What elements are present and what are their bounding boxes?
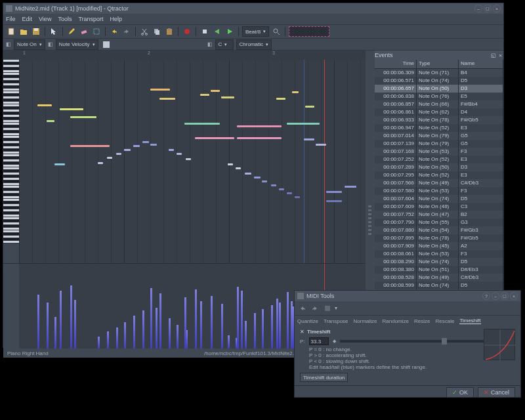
event-row[interactable]: 00:00:07.752Note On (47)B2 bbox=[375, 211, 503, 219]
tools-min-icon[interactable]: – bbox=[492, 292, 499, 300]
midi-note[interactable] bbox=[177, 153, 182, 155]
midi-note[interactable] bbox=[169, 149, 174, 151]
event-row[interactable]: 00:00:07.139Note On (79)G5 bbox=[375, 140, 503, 148]
maximize-icon[interactable]: ◻ bbox=[484, 5, 492, 12]
col-type[interactable]: Type bbox=[417, 60, 459, 68]
piano-key[interactable] bbox=[3, 241, 19, 243]
velocity-bar[interactable] bbox=[156, 308, 158, 348]
event-row[interactable]: 00:00:06.947Note On (52)E3 bbox=[375, 124, 503, 132]
midi-note[interactable] bbox=[262, 180, 267, 182]
event-row[interactable]: 00:00:07.295Note On (52)E3 bbox=[375, 171, 503, 179]
event-row[interactable]: 00:00:06.657Note On (50)D3 bbox=[375, 85, 503, 93]
velocity-bar[interactable] bbox=[169, 318, 171, 348]
velocity-bar[interactable] bbox=[116, 327, 118, 348]
event-row[interactable]: 00:00:07.168Note On (53)F3 bbox=[375, 148, 503, 156]
midi-note[interactable] bbox=[316, 144, 326, 146]
duration-button[interactable]: Timeshift duration bbox=[300, 373, 348, 382]
velocity-bar[interactable] bbox=[60, 291, 62, 348]
velocity-bar[interactable] bbox=[98, 337, 100, 348]
zoom-icon[interactable] bbox=[271, 26, 282, 37]
velocity-bar[interactable] bbox=[211, 296, 213, 348]
midi-note[interactable] bbox=[60, 108, 83, 110]
velocity-bar[interactable] bbox=[200, 301, 202, 348]
event-row[interactable]: 00:00:07.909Note On (45)A2 bbox=[375, 242, 503, 250]
event-row[interactable]: 00:00:06.857Note On (66)F#/Bb4 bbox=[375, 100, 503, 108]
midi-note[interactable] bbox=[276, 98, 285, 100]
velocity-bar[interactable] bbox=[287, 292, 289, 348]
midi-note[interactable] bbox=[159, 98, 175, 100]
time-ruler[interactable]: 123 bbox=[3, 51, 366, 60]
midi-note[interactable] bbox=[237, 125, 282, 127]
menu-edit[interactable]: Edit bbox=[22, 16, 33, 22]
event-row[interactable]: 00:00:08.599Note On (74)D5 bbox=[375, 282, 503, 289]
midi-note[interactable] bbox=[287, 123, 320, 125]
eraser-icon[interactable] bbox=[79, 26, 89, 37]
event-row[interactable]: 00:00:07.895Note On (78)F#/Gb5 bbox=[375, 234, 503, 242]
velocity-bar[interactable] bbox=[254, 313, 256, 348]
velocity-bar[interactable] bbox=[177, 325, 178, 348]
midi-note[interactable] bbox=[107, 157, 112, 159]
midi-note[interactable] bbox=[116, 153, 121, 155]
range-marker[interactable] bbox=[304, 60, 304, 263]
close-icon[interactable]: × bbox=[493, 5, 501, 12]
midi-note[interactable] bbox=[150, 89, 170, 91]
ok-button[interactable]: ✓OK bbox=[446, 387, 474, 398]
event-row[interactable]: 00:00:07.604Note On (74)D5 bbox=[375, 195, 503, 203]
velocity-bar[interactable] bbox=[142, 310, 144, 348]
velocity-bar[interactable] bbox=[124, 322, 126, 348]
event-row[interactable]: 00:00:08.380Note On (51)D#/Eb3 bbox=[375, 266, 503, 274]
velocity-bar[interactable] bbox=[276, 299, 278, 348]
event-type-combo[interactable]: Note On bbox=[14, 39, 45, 50]
save-icon[interactable] bbox=[31, 26, 41, 37]
event-row[interactable]: 00:00:07.580Note On (53)F3 bbox=[375, 187, 503, 195]
playhead[interactable] bbox=[324, 60, 325, 263]
titlebar[interactable]: MidNite2.mid (Track 1) [modified] - Qtra… bbox=[3, 3, 503, 14]
col-time[interactable]: Time bbox=[375, 60, 417, 68]
velocity-bar[interactable] bbox=[133, 316, 135, 348]
minimize-icon[interactable]: – bbox=[474, 5, 482, 12]
midi-note[interactable] bbox=[47, 120, 54, 122]
midi-note[interactable] bbox=[326, 191, 342, 193]
velocity-bar[interactable] bbox=[159, 293, 161, 348]
midi-note[interactable] bbox=[271, 184, 276, 186]
midi-note[interactable] bbox=[228, 163, 233, 165]
midi-note[interactable] bbox=[124, 149, 131, 151]
midi-note[interactable] bbox=[345, 186, 356, 188]
midi-note[interactable] bbox=[236, 167, 241, 169]
detach-icon[interactable]: ◱ bbox=[491, 52, 496, 58]
scale-combo[interactable]: Chromatic bbox=[236, 39, 272, 50]
midi-note[interactable] bbox=[326, 200, 342, 202]
velocity-bar[interactable] bbox=[241, 291, 243, 348]
midi-note[interactable] bbox=[304, 138, 314, 140]
event-row[interactable]: 00:00:06.838Note On (76)E5 bbox=[375, 93, 503, 100]
event-row[interactable]: 00:00:07.790Note On (55)G3 bbox=[375, 219, 503, 226]
undo-icon[interactable] bbox=[109, 26, 119, 37]
tool-icon[interactable] bbox=[101, 39, 112, 50]
slider-thumb[interactable] bbox=[442, 338, 447, 345]
redo-icon[interactable] bbox=[121, 26, 132, 37]
new-icon[interactable] bbox=[6, 26, 16, 37]
events-header[interactable]: Events ◱ × bbox=[375, 51, 503, 60]
midi-note[interactable] bbox=[195, 137, 234, 139]
col-name[interactable]: Name bbox=[459, 60, 503, 68]
event-row[interactable]: 00:00:07.252Note On (52)E3 bbox=[375, 156, 503, 163]
play-icon[interactable] bbox=[224, 26, 235, 37]
menu-help[interactable]: Help bbox=[110, 16, 123, 22]
velocity-bar[interactable] bbox=[184, 297, 186, 348]
velocity-bar[interactable] bbox=[47, 303, 49, 348]
menu-view[interactable]: View bbox=[39, 16, 51, 22]
velocity-bar[interactable] bbox=[237, 287, 239, 348]
piano-keys[interactable] bbox=[3, 60, 19, 263]
tab-randomize[interactable]: Randomize bbox=[383, 318, 409, 324]
thumbnail-strip[interactable] bbox=[289, 26, 329, 37]
tab-rescale[interactable]: Rescale bbox=[435, 318, 454, 324]
tools-close-icon[interactable]: × bbox=[510, 292, 518, 300]
velocity-bar[interactable] bbox=[262, 309, 264, 348]
midi-note[interactable] bbox=[292, 91, 299, 93]
value-type-combo[interactable]: Note Velocity bbox=[56, 39, 98, 50]
stop-icon[interactable] bbox=[200, 26, 210, 37]
event-row[interactable]: 00:00:06.933Note On (78)F#/Gb5 bbox=[375, 116, 503, 124]
play-back-icon[interactable] bbox=[212, 26, 222, 37]
beat-snap-combo[interactable]: Beat/8 bbox=[242, 26, 269, 37]
tools-preset-icon[interactable] bbox=[322, 303, 333, 314]
